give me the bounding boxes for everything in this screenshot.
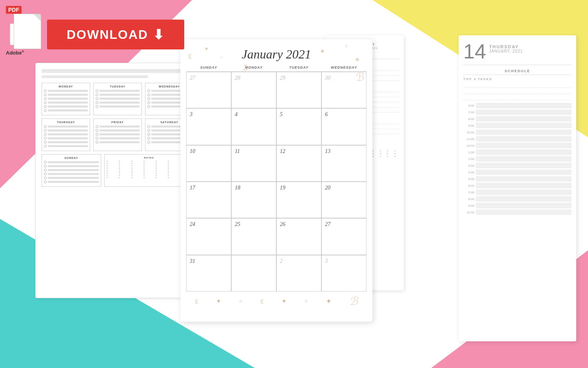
cal-header-sunday: SUNDAY	[186, 66, 231, 69]
cal-cell: 12	[276, 145, 321, 182]
schedule-line	[476, 156, 572, 162]
schedule-times-list: 6:00 7:00 8:00 9:00 10:00 11:00	[463, 103, 572, 215]
task-row	[44, 105, 88, 108]
time-label: 8:00	[463, 197, 474, 201]
task-row	[96, 97, 140, 100]
task-row	[44, 93, 88, 96]
time-label: 2:00	[463, 157, 474, 161]
pdf-icon-wrapper: PDF	[6, 6, 41, 49]
pdf-icon-area: PDF Adobe®	[6, 6, 41, 56]
task-row	[96, 125, 140, 128]
cal-cell: 27	[321, 218, 367, 255]
cal-cell: 3	[321, 255, 367, 291]
schedule-time-row: 9:00	[463, 203, 572, 208]
schedule-time-row: 7:00	[463, 189, 572, 195]
time-label: 11:00	[463, 137, 474, 141]
deco-star-4: ✧	[344, 43, 349, 49]
task-row	[44, 173, 99, 175]
time-label: 8:00	[463, 117, 474, 121]
schedule-line	[476, 123, 572, 128]
thursday-header: THURSDAY	[44, 121, 88, 124]
monday-col: MONDAY	[42, 83, 90, 115]
task-row	[96, 141, 140, 144]
schedule-line	[476, 169, 572, 175]
cal-cell: 30	[321, 72, 367, 108]
cal-header-wednesday: WEDNESDAY	[321, 66, 367, 69]
task-row	[96, 89, 140, 92]
task-row	[44, 101, 88, 104]
time-label: 9:00	[463, 124, 474, 128]
schedule-line	[476, 149, 572, 155]
deco-star-5: ✦	[354, 55, 361, 64]
calendar-grid: 27 28 29 30 3 4 5 6 10 11 12 13 17 18 19…	[186, 72, 367, 291]
notes-dot-grid	[107, 160, 191, 178]
planner-title-bar	[42, 69, 194, 73]
time-label: 6:00	[463, 104, 474, 107]
top3-tasks-block: TOP 3 TASKS	[463, 77, 572, 100]
tuesday-col: TUESDAY	[93, 83, 142, 115]
calendar-title: January 2021	[186, 47, 367, 62]
adobe-label: Adobe®	[6, 50, 24, 56]
cal-cell: 27	[186, 72, 231, 108]
schedule-time-row: 8:00	[463, 116, 572, 122]
task-row	[44, 97, 88, 100]
friday-header: FRIDAY	[96, 121, 140, 124]
schedule-time-row: 3:00	[463, 163, 572, 168]
cal-cell: 26	[276, 218, 321, 255]
task-row	[44, 165, 99, 168]
task-row	[96, 137, 140, 140]
schedule-line	[476, 116, 572, 122]
schedule-line	[476, 183, 572, 188]
time-label: 12:00	[463, 144, 474, 148]
task-row	[44, 141, 88, 144]
deco-star-3: ✦	[319, 47, 325, 56]
daily-weekday: THURSDAY	[489, 44, 523, 49]
schedule-line	[476, 203, 572, 208]
notes-box-header: NOTES	[107, 157, 191, 159]
pdf-badge: PDF	[6, 6, 22, 14]
schedule-time-row: 9:00	[463, 123, 572, 128]
cal-cell: 24	[186, 218, 231, 255]
daily-month-year: JANUARY, 2021	[489, 49, 523, 53]
task-row	[44, 145, 88, 148]
task-row	[44, 180, 99, 183]
task-row	[44, 89, 88, 92]
time-label: 9:00	[463, 204, 474, 208]
time-label: 7:00	[463, 191, 474, 194]
time-label: 6:00	[463, 184, 474, 188]
task-row	[96, 129, 140, 132]
day-grid-row1: MONDAY TUESDAY WEDNESDAY	[42, 83, 194, 115]
cal-cell: 28	[231, 72, 276, 108]
thursday-col: THURSDAY	[42, 118, 90, 151]
download-button[interactable]: DOWNLOAD ⬇	[47, 20, 184, 49]
calendar-header-row: SUNDAY MONDAY TUESDAY WEDNESDAY	[186, 66, 367, 72]
weekly-planner: MONDAY TUESDAY WEDNESDAY THURS	[35, 63, 200, 298]
cal-header-monday: MONDAY	[231, 66, 276, 69]
task-row	[96, 93, 140, 96]
cal-cell: 10	[186, 145, 231, 182]
time-label: 1:00	[463, 151, 474, 154]
schedule-time-row: 2:00	[463, 156, 572, 162]
schedule-line	[476, 210, 572, 215]
schedule-time-row: 5:00	[463, 176, 572, 182]
monthly-calendar: ε ✦ ✧ 3 ✦ ✧ ✦ ℬ January 2021 SUNDAY MOND…	[180, 39, 372, 322]
cal-cell: 11	[231, 145, 276, 182]
cal-cell: 6	[321, 108, 367, 145]
task-row	[44, 177, 99, 179]
task-row	[44, 133, 88, 136]
bottom-deco-row: ε ✦ ✧ ε ✦ ✧ ✦ ℬ	[186, 295, 367, 308]
daily-day-info: THURSDAY JANUARY, 2021	[489, 41, 523, 53]
cal-cell: 17	[186, 182, 231, 218]
task-row	[463, 82, 572, 88]
time-label: 5:00	[463, 177, 474, 181]
tuesday-header: TUESDAY	[96, 85, 140, 88]
cal-cell: 13	[321, 145, 367, 182]
task-row	[96, 105, 140, 108]
deco-star-1: ✦	[204, 45, 209, 53]
task-row	[96, 133, 140, 136]
schedule-time-row: 4:00	[463, 169, 572, 175]
schedule-time-row: 6:00	[463, 183, 572, 188]
schedule-time-row: 10:00	[463, 129, 572, 135]
schedule-line	[476, 196, 572, 202]
daily-planner: 14 THURSDAY JANUARY, 2021 SCHEDULE TOP 3…	[459, 35, 576, 341]
